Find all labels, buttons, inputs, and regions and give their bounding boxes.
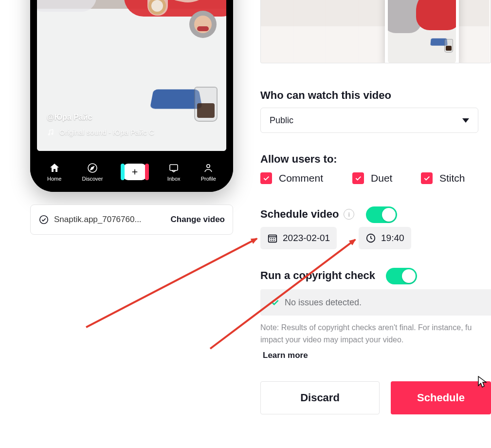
cover-filmstrip[interactable] bbox=[260, 0, 491, 63]
copyright-title-row: Run a copyright check bbox=[260, 269, 375, 282]
nav-inbox[interactable]: Inbox bbox=[167, 162, 181, 182]
copyright-note: Note: Results of copyright checks aren't… bbox=[260, 322, 491, 346]
phone-bottom-nav: Home Discover Inbox Profile bbox=[30, 151, 233, 192]
change-video-link[interactable]: Change video bbox=[171, 215, 225, 224]
upload-settings-page: @Юра Райс Original sound - Юра Райс С Ho… bbox=[0, 0, 491, 448]
copyright-status-box: No issues detected. bbox=[260, 289, 491, 316]
svg-point-13 bbox=[270, 240, 271, 241]
svg-line-17 bbox=[86, 239, 257, 327]
svg-rect-6 bbox=[170, 165, 178, 170]
schedule-toggle[interactable] bbox=[366, 206, 397, 223]
svg-point-4 bbox=[52, 133, 53, 134]
nav-home[interactable]: Home bbox=[47, 162, 61, 182]
compass-icon bbox=[87, 162, 98, 174]
nav-compose[interactable] bbox=[123, 164, 146, 180]
svg-point-11 bbox=[272, 238, 273, 239]
copyright-title: Run a copyright check bbox=[260, 269, 375, 282]
home-icon bbox=[49, 162, 60, 174]
schedule-title: Schedule video bbox=[260, 208, 339, 221]
sound-disc-icon[interactable] bbox=[189, 11, 217, 38]
calendar-icon bbox=[267, 233, 278, 243]
check-icon bbox=[270, 298, 280, 307]
profile-icon bbox=[202, 162, 214, 174]
discard-button[interactable]: Discard bbox=[260, 381, 380, 414]
inbox-icon bbox=[168, 162, 180, 174]
preview-sound-row: Original sound - Юра Райс С bbox=[47, 128, 154, 136]
schedule-date-input[interactable]: 2023-02-01 bbox=[260, 227, 337, 249]
upload-filename: Snaptik.app_7076760... bbox=[54, 215, 142, 224]
schedule-button[interactable]: Schedule bbox=[391, 381, 491, 414]
nav-discover[interactable]: Discover bbox=[82, 162, 103, 182]
learn-more-link[interactable]: Learn more bbox=[263, 351, 308, 360]
visibility-value: Public bbox=[270, 115, 293, 126]
permissions-row: Comment Duet bbox=[260, 172, 392, 184]
perm-duet[interactable]: Duet bbox=[352, 172, 392, 184]
nav-profile[interactable]: Profile bbox=[201, 162, 216, 182]
phone-preview: @Юра Райс Original sound - Юра Райс С Ho… bbox=[30, 0, 233, 192]
svg-point-7 bbox=[207, 165, 210, 168]
info-icon[interactable]: i bbox=[344, 209, 354, 220]
phone-screen: @Юра Райс Original sound - Юра Райс С bbox=[37, 0, 226, 151]
schedule-title-row: Schedule video i bbox=[260, 208, 354, 221]
schedule-time-value: 19:40 bbox=[381, 233, 404, 243]
preview-side-actions bbox=[189, 0, 217, 38]
file-bar: Snaptik.app_7076760... Change video bbox=[30, 205, 233, 235]
svg-point-10 bbox=[270, 238, 271, 239]
copyright-toggle[interactable] bbox=[386, 268, 417, 284]
clock-icon bbox=[365, 233, 376, 243]
svg-point-14 bbox=[272, 240, 273, 241]
copyright-status-text: No issues detected. bbox=[285, 298, 362, 308]
checkbox-checked-icon bbox=[260, 172, 272, 184]
checkbox-checked-icon bbox=[421, 172, 433, 184]
check-circle-icon bbox=[38, 214, 49, 225]
schedule-date-value: 2023-02-01 bbox=[283, 233, 330, 243]
svg-point-3 bbox=[48, 133, 50, 135]
cover-selected-frame[interactable] bbox=[385, 0, 459, 63]
music-note-icon bbox=[47, 129, 55, 136]
mouse-cursor-icon bbox=[478, 376, 488, 389]
chevron-down-icon bbox=[462, 118, 469, 123]
perm-comment[interactable]: Comment bbox=[260, 172, 323, 184]
svg-point-12 bbox=[274, 238, 275, 239]
preview-username: @Юра Райс bbox=[47, 113, 92, 122]
svg-point-15 bbox=[274, 240, 275, 241]
schedule-time-input[interactable]: 19:40 bbox=[359, 227, 411, 249]
preview-sound-label: Original sound - Юра Райс С bbox=[59, 128, 154, 136]
visibility-select[interactable]: Public bbox=[260, 108, 478, 133]
perm-stitch[interactable]: Stitch bbox=[421, 172, 465, 184]
visibility-title: Who can watch this video bbox=[260, 89, 391, 102]
plus-icon bbox=[130, 168, 139, 176]
permissions-title: Allow users to: bbox=[260, 153, 337, 166]
checkbox-checked-icon bbox=[352, 172, 364, 184]
svg-point-8 bbox=[40, 216, 48, 224]
